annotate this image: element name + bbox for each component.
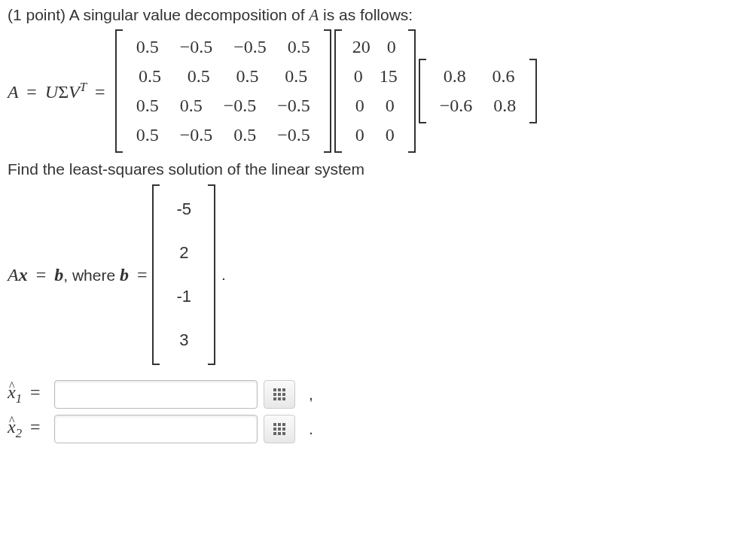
bracket-right [408, 29, 416, 153]
keypad-icon [273, 388, 285, 400]
bracket-left [334, 29, 342, 153]
matrix-cell: 0 [346, 120, 374, 150]
VT-matrix: 0.80.6 −0.60.8 [419, 59, 538, 123]
keypad-button-1[interactable] [264, 380, 295, 409]
matrix-cell: 0.6 [481, 62, 525, 91]
matrix-cell: 0 [345, 62, 372, 91]
where-text: where [72, 266, 120, 284]
axb-lhs: Ax = b, where b = [8, 265, 151, 285]
matrix-cell: 0.8 [483, 91, 526, 120]
matrix-body: 200 015 00 00 [342, 29, 408, 153]
Sigma-var: Σ [58, 82, 69, 102]
problem-intro: (1 point) A singular value decomposition… [8, 6, 730, 25]
comma: , [63, 266, 72, 284]
equals: = [36, 265, 47, 285]
xhat-1-label: ^ x1 = [8, 382, 54, 406]
equals: = [30, 417, 41, 437]
hat-icon: ^ [9, 414, 15, 428]
bracket-right [324, 29, 331, 153]
vector-cell: -5 [163, 187, 205, 231]
b-vector-row: Ax = b, where b = -5 2 -1 3 . [8, 184, 730, 365]
equals-2: = [137, 265, 148, 285]
matrix-cell: 0 [377, 120, 404, 150]
intro-text: A singular value decomposition of [69, 6, 310, 23]
matrix-cell: 0.5 [274, 62, 318, 91]
bracket-left [115, 29, 123, 153]
points: (1 point) [8, 6, 66, 23]
matrix-cell: 20 [345, 32, 378, 62]
input-wrap-1 [54, 380, 295, 409]
bracket-left [419, 59, 426, 123]
matrix-cell: −0.5 [267, 120, 321, 150]
matrix-cell: 0.5 [126, 32, 169, 62]
matrix-cell: 0.5 [226, 62, 270, 91]
vector-cell: -1 [163, 275, 205, 318]
x2-input[interactable] [54, 415, 258, 443]
x-var: x [19, 265, 28, 285]
A-var: A [8, 82, 18, 102]
equals: = [30, 382, 41, 402]
intro-var: A [309, 6, 319, 24]
V-var: V [69, 82, 80, 102]
answer-row-1: ^ x1 = , [8, 380, 730, 409]
U-matrix: 0.5−0.5−0.50.5 0.50.50.50.5 0.50.5−0.5−0… [115, 29, 331, 153]
vector-cell: 2 [166, 231, 202, 275]
U-var: U [45, 82, 58, 102]
bracket-left [152, 184, 160, 365]
intro-tail: is as follows: [319, 6, 413, 23]
Sigma-matrix: 200 015 00 00 [334, 29, 416, 153]
matrix-cell: 0 [377, 91, 404, 120]
matrix-cell: 0 [378, 32, 405, 62]
matrix-cell: −0.5 [223, 32, 277, 62]
svd-equation: A = UΣVT = 0.5−0.5−0.50.5 0.50.50.50.5 0… [8, 29, 730, 153]
matrix-body: 0.80.6 −0.60.8 [426, 59, 530, 123]
matrix-cell: −0.5 [267, 91, 321, 120]
matrix-cell: 0 [346, 91, 374, 120]
matrix-cell: 15 [372, 62, 405, 91]
b-vector: -5 2 -1 3 [152, 184, 215, 365]
matrix-cell: 0.5 [169, 91, 213, 120]
svd-lhs: A = UΣVT = [8, 80, 109, 102]
bracket-right [208, 184, 215, 365]
hat-icon: ^ [9, 379, 15, 393]
b-var-2: b [120, 265, 129, 285]
matrix-cell: 0.5 [126, 91, 169, 120]
matrix-cell: −0.6 [429, 91, 483, 120]
matrix-cell: 0.5 [126, 120, 169, 150]
sub-2: 2 [16, 426, 22, 440]
x1-input[interactable] [54, 380, 258, 409]
matrix-cell: 0.5 [223, 120, 267, 150]
matrix-cell: 0.5 [177, 62, 221, 91]
xhat-2-label: ^ x2 = [8, 417, 54, 441]
matrix-cell: 0.8 [431, 62, 479, 91]
matrix-cell: 0.5 [128, 62, 172, 91]
find-text: Find the least-squares solution of the l… [8, 160, 730, 178]
matrix-body: -5 2 -1 3 [160, 184, 208, 365]
matrix-cell: 0.5 [277, 32, 321, 62]
answer-row-2: ^ x2 = . [8, 415, 730, 443]
comma: , [309, 385, 313, 403]
A-var: A [8, 265, 19, 285]
b-var: b [54, 265, 63, 285]
matrix-cell: −0.5 [169, 32, 224, 62]
matrix-cell: −0.5 [213, 91, 267, 120]
matrix-cell: −0.5 [169, 120, 224, 150]
equals-1: = [26, 82, 37, 102]
keypad-button-2[interactable] [264, 415, 295, 443]
period: . [309, 420, 313, 438]
input-wrap-2 [54, 415, 295, 443]
bracket-right [529, 59, 537, 123]
keypad-icon [273, 423, 285, 435]
equals-2: = [95, 82, 105, 102]
vector-cell: 3 [166, 318, 202, 362]
sub-1: 1 [16, 391, 22, 406]
b-tail: . [221, 266, 226, 284]
matrix-body: 0.5−0.5−0.50.5 0.50.50.50.5 0.50.5−0.5−0… [123, 29, 324, 153]
T-sup: T [80, 80, 87, 94]
